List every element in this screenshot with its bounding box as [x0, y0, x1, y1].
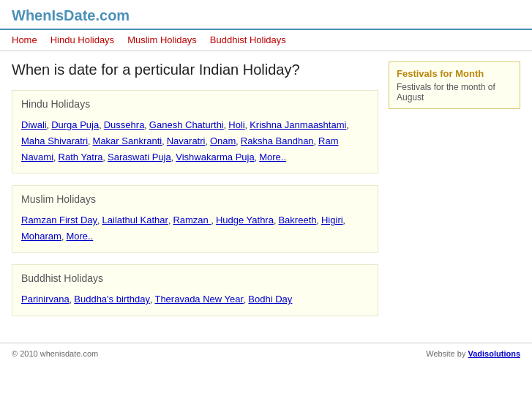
festivals-title: Festivals for Month	[397, 68, 512, 79]
link-durga-puja[interactable]: Durga Puja	[51, 119, 99, 130]
link-more[interactable]: More..	[259, 152, 286, 163]
page-heading: When is date for a perticular Indian Hol…	[12, 61, 378, 78]
link-makar-sankranti[interactable]: Makar Sankranti	[93, 135, 162, 146]
nav-item-home[interactable]: Home	[12, 34, 37, 45]
sections-container: Hindu HolidaysDiwali, Durga Puja, Dusseh…	[12, 90, 378, 316]
sidebar: Festivals for Month Festivals for the mo…	[389, 61, 520, 328]
link-buddha-s-birthday[interactable]: Buddha's birthday	[74, 294, 150, 305]
link-more[interactable]: More..	[66, 231, 93, 242]
website-credit: Website by Vadisolutions	[426, 349, 520, 358]
section-hindu: Hindu HolidaysDiwali, Durga Puja, Dusseh…	[12, 90, 378, 174]
link-theravada-new-year[interactable]: Theravada New Year	[154, 294, 243, 305]
link-bakreeth[interactable]: Bakreeth	[278, 215, 316, 225]
nav-item-muslim-holidays[interactable]: Muslim Holidays	[127, 34, 197, 45]
main-content: When is date for a perticular Indian Hol…	[12, 61, 378, 328]
link-lailathul-kathar[interactable]: Lailathul Kathar	[102, 215, 168, 225]
link-navaratri[interactable]: Navaratri	[167, 135, 206, 146]
header: WhenIsDate.com	[0, 0, 532, 30]
muslim-section-links: Ramzan First Day, Lailathul Kathar, Ramz…	[21, 212, 369, 245]
link-saraswati-puja[interactable]: Saraswati Puja	[108, 152, 171, 163]
link-bodhi-day[interactable]: Bodhi Day	[248, 294, 292, 305]
link-diwali[interactable]: Diwali	[21, 119, 47, 130]
link-hudge-yathra[interactable]: Hudge Yathra	[216, 215, 274, 225]
nav: HomeHindu HolidaysMuslim HolidaysBuddhis…	[0, 30, 532, 51]
link-ramzan-first-day[interactable]: Ramzan First Day	[21, 215, 97, 225]
festivals-box: Festivals for Month Festivals for the mo…	[389, 61, 520, 109]
link-vishwakarma-puja[interactable]: Vishwakarma Puja	[176, 152, 254, 163]
link-ramzan[interactable]: Ramzan	[173, 215, 211, 225]
buddhist-section-links: Parinirvana, Buddha's birthday, Theravad…	[21, 291, 369, 307]
section-muslim: Muslim HolidaysRamzan First Day, Lailath…	[12, 185, 378, 253]
muslim-section-title: Muslim Holidays	[21, 190, 369, 208]
link-parinirvana[interactable]: Parinirvana	[21, 294, 70, 305]
link-moharam[interactable]: Moharam	[21, 231, 61, 242]
link-dussehra[interactable]: Dussehra	[104, 119, 145, 130]
copyright: © 2010 whenisdate.com	[12, 349, 98, 358]
hindu-section-title: Hindu Holidays	[21, 95, 369, 113]
link-raksha-bandhan[interactable]: Raksha Bandhan	[241, 135, 314, 146]
nav-item-hindu-holidays[interactable]: Hindu Holidays	[50, 34, 114, 45]
content-wrapper: When is date for a perticular Indian Hol…	[0, 51, 532, 328]
link-krishna-janmaashtami[interactable]: Krishna Janmaashtami	[250, 119, 346, 130]
link-onam[interactable]: Onam	[210, 135, 236, 146]
footer: © 2010 whenisdate.com Website by Vadisol…	[0, 343, 532, 364]
festivals-desc: Festivals for the month of August	[397, 82, 512, 102]
link-rath-yatra[interactable]: Rath Yatra	[59, 152, 103, 163]
link-ganesh-chaturthi[interactable]: Ganesh Chaturthi	[149, 119, 224, 130]
link-holi[interactable]: Holi	[228, 119, 244, 130]
hindu-section-links: Diwali, Durga Puja, Dussehra, Ganesh Cha…	[21, 117, 369, 165]
site-title: WhenIsDate.com	[12, 7, 130, 23]
website-label: Website by	[426, 349, 468, 358]
section-buddhist: Buddhist HolidaysParinirvana, Buddha's b…	[12, 264, 378, 316]
buddhist-section-title: Buddhist Holidays	[21, 269, 369, 287]
vadisolutions-link[interactable]: Vadisolutions	[468, 349, 520, 358]
link-higiri[interactable]: Higiri	[321, 215, 343, 225]
nav-item-buddhist-holidays[interactable]: Buddhist Holidays	[210, 34, 286, 45]
link-maha-shivaratri[interactable]: Maha Shivaratri	[21, 135, 88, 146]
